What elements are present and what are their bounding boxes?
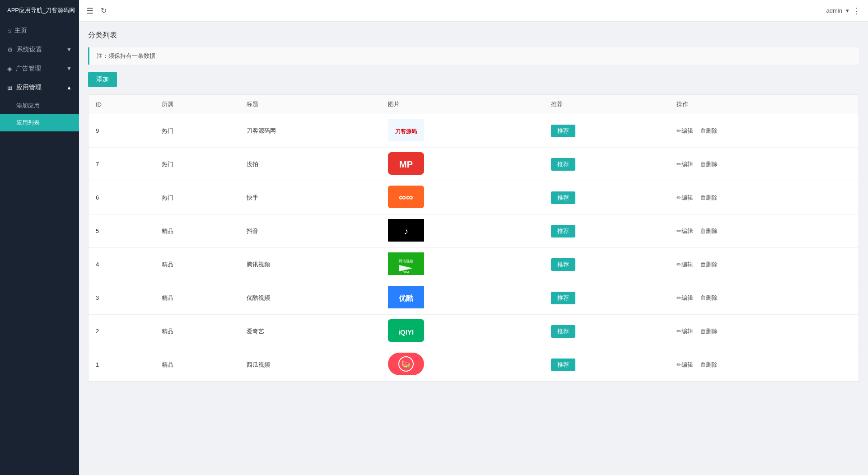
col-action: 操作 <box>669 95 859 114</box>
cell-title: 优酷视频 <box>239 281 381 315</box>
sidebar-app-list-label: 应用列表 <box>16 119 40 127</box>
cell-action: ✏编辑 🗑删除 <box>669 248 859 281</box>
svg-text:🍉: 🍉 <box>401 359 411 369</box>
col-id: ID <box>89 95 155 114</box>
refresh-icon[interactable]: ↻ <box>101 6 107 15</box>
delete-link[interactable]: 🗑删除 <box>700 294 718 301</box>
cell-image: MP <box>381 148 544 181</box>
cell-id: 2 <box>89 315 155 348</box>
cell-category: 热门 <box>154 114 239 148</box>
svg-text:iQIYI: iQIYI <box>398 328 413 336</box>
cell-id: 5 <box>89 214 155 248</box>
cell-action: ✏编辑 🗑删除 <box>669 148 859 181</box>
sidebar-item-app-list[interactable]: 应用列表 <box>0 114 79 131</box>
table-row: 7 热门 没拍 MP 推荐 ✏编辑 🗑删除 <box>89 148 859 181</box>
delete-link[interactable]: 🗑删除 <box>700 161 718 168</box>
cell-title: 腾讯视频 <box>239 248 381 281</box>
cell-image: 刀客源码 <box>381 114 544 148</box>
svg-text:优酷: 优酷 <box>398 294 414 302</box>
cell-id: 6 <box>89 181 155 214</box>
cell-action: ✏编辑 🗑删除 <box>669 181 859 214</box>
edit-link[interactable]: ✏编辑 <box>677 161 693 168</box>
cell-recommend: 推荐 <box>544 214 669 248</box>
apps-arrow: ▲ <box>66 84 72 91</box>
cell-title: 抖音 <box>239 214 381 248</box>
delete-link[interactable]: 🗑删除 <box>700 361 718 368</box>
delete-link[interactable]: 🗑删除 <box>700 127 718 134</box>
recommend-button[interactable]: 推荐 <box>551 158 575 171</box>
edit-link[interactable]: ✏编辑 <box>677 361 693 368</box>
recommend-button[interactable]: 推荐 <box>551 359 575 371</box>
cell-recommend: 推荐 <box>544 348 669 382</box>
table-body: 9 热门 刀客源码网 刀客源码 推荐 ✏编辑 🗑删除 7 热门 没拍 MP 推荐… <box>89 114 859 382</box>
sidebar-item-apps-label: 应用管理 <box>16 84 42 92</box>
cell-action: ✏编辑 🗑删除 <box>669 114 859 148</box>
table-row: 6 热门 快手 ∞∞ 推荐 ✏编辑 🗑删除 <box>89 181 859 214</box>
notice-text: 注：须保持有一条数据 <box>97 52 155 59</box>
table-row: 5 精品 抖音 ♪ 推荐 ✏编辑 🗑删除 <box>89 214 859 248</box>
sidebar-item-settings[interactable]: ⚙ 系统设置 ▼ <box>0 40 79 59</box>
app-table: ID 所属 标题 图片 推荐 操作 9 热门 刀客源码网 刀客源码 推荐 ✏编辑… <box>88 94 859 382</box>
table-row: 1 精品 西瓜视频 🍉 推荐 ✏编辑 🗑删除 <box>89 348 859 382</box>
svg-text:∞∞: ∞∞ <box>399 191 413 203</box>
ads-icon: ◈ <box>7 65 12 72</box>
cell-id: 1 <box>89 348 155 382</box>
sidebar-item-apps[interactable]: ⊞ 应用管理 ▲ <box>0 78 79 97</box>
page-title: 分类列表 <box>88 31 859 40</box>
edit-link[interactable]: ✏编辑 <box>677 261 693 268</box>
recommend-button[interactable]: 推荐 <box>551 292 575 304</box>
svg-text:NBA: NBA <box>402 270 409 274</box>
home-icon: ⌂ <box>7 27 11 34</box>
delete-link[interactable]: 🗑删除 <box>700 328 718 335</box>
settings-icon: ⚙ <box>7 46 13 53</box>
sidebar-logo: APP应用导航_刀客源码网 <box>0 0 79 21</box>
cell-recommend: 推荐 <box>544 281 669 315</box>
col-image: 图片 <box>381 95 544 114</box>
delete-link[interactable]: 🗑删除 <box>700 194 718 201</box>
cell-recommend: 推荐 <box>544 148 669 181</box>
add-button[interactable]: 添加 <box>88 72 117 87</box>
delete-link[interactable]: 🗑删除 <box>700 228 718 234</box>
col-title: 标题 <box>239 95 381 114</box>
cell-id: 9 <box>89 114 155 148</box>
sidebar: APP应用导航_刀客源码网 ⌂ 主页 ⚙ 系统设置 ▼ ◈ 广告管理 ▼ ⊞ 应… <box>0 0 79 475</box>
cell-action: ✏编辑 🗑删除 <box>669 315 859 348</box>
sidebar-item-add-app[interactable]: 添加应用 <box>0 97 79 114</box>
table-header: ID 所属 标题 图片 推荐 操作 <box>89 95 859 114</box>
cell-action: ✏编辑 🗑删除 <box>669 281 859 315</box>
cell-title: 西瓜视频 <box>239 348 381 382</box>
recommend-button[interactable]: 推荐 <box>551 225 575 238</box>
edit-link[interactable]: ✏编辑 <box>677 294 693 301</box>
sidebar-item-ads[interactable]: ◈ 广告管理 ▼ <box>0 59 79 78</box>
cell-title: 爱奇艺 <box>239 315 381 348</box>
main-area: ☰ ↻ admin ▾ ⋮ 分类列表 注：须保持有一条数据 添加 ID 所属 标… <box>79 0 868 475</box>
edit-link[interactable]: ✏编辑 <box>677 228 693 234</box>
recommend-button[interactable]: 推荐 <box>551 325 575 338</box>
cell-category: 精品 <box>154 315 239 348</box>
admin-dropdown-icon[interactable]: ▾ <box>846 7 849 14</box>
edit-link[interactable]: ✏编辑 <box>677 194 693 201</box>
col-recommend: 推荐 <box>544 95 669 114</box>
cell-image: 优酷 <box>381 281 544 315</box>
table-row: 4 精品 腾讯视频 腾讯视频NBA 推荐 ✏编辑 🗑删除 <box>89 248 859 281</box>
recommend-button[interactable]: 推荐 <box>551 125 575 137</box>
admin-label: admin <box>826 7 842 14</box>
cell-category: 精品 <box>154 248 239 281</box>
header-right: admin ▾ ⋮ <box>826 6 861 16</box>
recommend-button[interactable]: 推荐 <box>551 258 575 271</box>
table-row: 9 热门 刀客源码网 刀客源码 推荐 ✏编辑 🗑删除 <box>89 114 859 148</box>
sidebar-item-home[interactable]: ⌂ 主页 <box>0 21 79 40</box>
sidebar-item-settings-label: 系统设置 <box>17 46 42 54</box>
more-options-icon[interactable]: ⋮ <box>853 6 861 16</box>
menu-toggle-icon[interactable]: ☰ <box>86 6 93 16</box>
delete-link[interactable]: 🗑删除 <box>700 261 718 268</box>
cell-image: 🍉 <box>381 348 544 382</box>
edit-link[interactable]: ✏编辑 <box>677 127 693 134</box>
cell-action: ✏编辑 🗑删除 <box>669 214 859 248</box>
cell-recommend: 推荐 <box>544 181 669 214</box>
cell-image: iQIYI <box>381 315 544 348</box>
edit-link[interactable]: ✏编辑 <box>677 328 693 335</box>
recommend-button[interactable]: 推荐 <box>551 191 575 204</box>
cell-category: 热门 <box>154 148 239 181</box>
cell-category: 精品 <box>154 214 239 248</box>
